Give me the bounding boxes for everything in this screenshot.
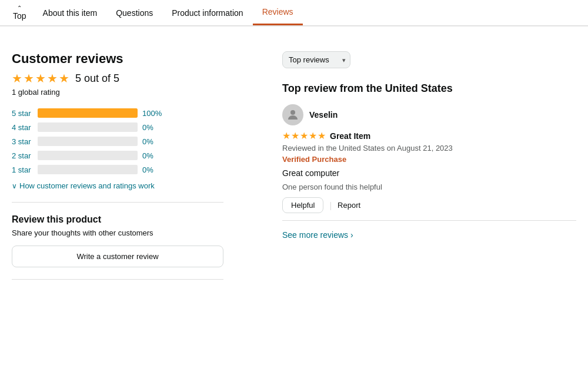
- sort-dropdown[interactable]: Top reviewsMost recentAll reviewers: [282, 51, 350, 68]
- helpful-button[interactable]: Helpful: [282, 197, 323, 213]
- rating-bars: 5 star100%4 star0%3 star0%2 star0%1 star…: [12, 108, 223, 174]
- left-column: Customer reviews ★★★★★ 5 out of 5 1 glob…: [12, 51, 223, 291]
- review-this-product-section: Review this product Share your thoughts …: [12, 214, 223, 267]
- nav-top-label: Top: [13, 11, 26, 21]
- dropdown-wrapper[interactable]: Top reviewsMost recentAll reviewers ▾: [282, 51, 350, 68]
- report-link[interactable]: Report: [338, 201, 360, 210]
- rating-bar-row: 2 star0%: [12, 151, 223, 160]
- bar-container: [38, 165, 138, 174]
- reviewer-row: Veselin: [282, 104, 576, 125]
- write-review-button[interactable]: Write a customer review: [12, 246, 223, 267]
- navigation-bar: ⌃ Top About this item Questions Product …: [0, 0, 588, 26]
- star-label[interactable]: 5 star: [12, 109, 33, 118]
- star-label[interactable]: 2 star: [12, 151, 33, 160]
- top-review-heading: Top review from the United States: [282, 82, 576, 95]
- nav-item-about[interactable]: About this item: [34, 1, 107, 25]
- star-label[interactable]: 1 star: [12, 165, 33, 174]
- bar-container: [38, 122, 138, 132]
- review-date: Reviewed in the United States on August …: [282, 144, 576, 152]
- rating-bar-row: 4 star0%: [12, 122, 223, 132]
- rating-bar-row: 1 star0%: [12, 165, 223, 174]
- share-thoughts-text: Share your thoughts with other customers: [12, 228, 223, 237]
- bar-pct: 0%: [142, 137, 161, 146]
- nav-item-top[interactable]: ⌃ Top: [6, 0, 34, 25]
- how-reviews-text: How customer reviews and ratings work: [19, 181, 155, 190]
- review-actions: Helpful | Report: [282, 197, 576, 213]
- star-label[interactable]: 3 star: [12, 137, 33, 146]
- reviewer-name: Veselin: [309, 110, 338, 120]
- bar-fill: [38, 108, 138, 118]
- review-divider: [282, 220, 576, 221]
- bar-pct: 0%: [142, 123, 161, 132]
- bar-container: [38, 151, 138, 160]
- review-stars: ★★★★★: [282, 130, 326, 141]
- star-label[interactable]: 4 star: [12, 123, 33, 132]
- user-icon: [286, 108, 300, 122]
- nav-item-reviews[interactable]: Reviews: [253, 0, 303, 25]
- reviewer-avatar: [282, 104, 303, 125]
- overall-rating-text: 5 out of 5: [75, 72, 119, 85]
- review-body: Great computer: [282, 168, 576, 178]
- rating-bar-row: 3 star0%: [12, 137, 223, 146]
- svg-point-0: [290, 110, 295, 115]
- right-column: Top reviewsMost recentAll reviewers ▾ To…: [235, 51, 576, 291]
- bar-pct: 0%: [142, 151, 161, 160]
- bar-pct: 100%: [142, 109, 161, 118]
- nav-item-product-info[interactable]: Product information: [162, 1, 252, 25]
- how-reviews-link[interactable]: ∨ How customer reviews and ratings work: [12, 181, 223, 190]
- bar-container: [38, 137, 138, 146]
- left-divider-1: [12, 202, 223, 203]
- nav-item-questions[interactable]: Questions: [106, 1, 162, 25]
- bar-container: [38, 108, 138, 118]
- rating-bar-row: 5 star100%: [12, 108, 223, 118]
- bar-pct: 0%: [142, 165, 161, 174]
- global-rating-count: 1 global rating: [12, 88, 223, 97]
- main-content: Customer reviews ★★★★★ 5 out of 5 1 glob…: [0, 34, 588, 291]
- review-stars-row: ★★★★★ Great Item: [282, 130, 576, 141]
- verified-purchase: Verified Purchase: [282, 155, 576, 164]
- review-title: Great Item: [330, 131, 370, 141]
- see-more-reviews-link[interactable]: See more reviews ›: [282, 230, 353, 240]
- left-divider-2: [12, 279, 223, 280]
- overall-rating-row: ★★★★★ 5 out of 5: [12, 71, 223, 85]
- chevron-up-icon: ⌃: [17, 5, 22, 11]
- helpful-text: One person found this helpful: [282, 183, 576, 191]
- review-product-heading: Review this product: [12, 214, 223, 225]
- customer-reviews-heading: Customer reviews: [12, 51, 223, 67]
- overall-stars: ★★★★★: [12, 71, 71, 85]
- chevron-down-icon: ∨: [12, 182, 17, 190]
- dropdown-container: Top reviewsMost recentAll reviewers ▾: [282, 51, 576, 68]
